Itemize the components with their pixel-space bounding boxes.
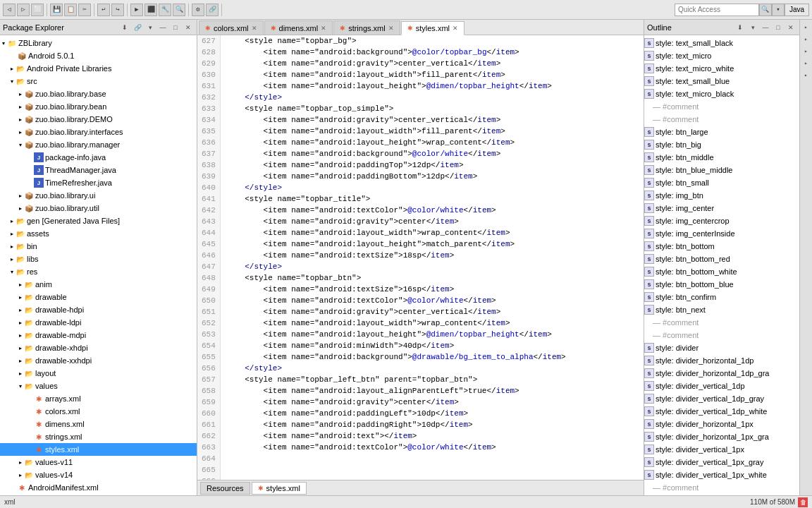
sidebar-btn-3[interactable]: ▸ bbox=[801, 45, 812, 56]
toolbar-btn-3[interactable]: ⬜ bbox=[31, 4, 44, 16]
tree-item-library-interfaces[interactable]: ▸📦zuo.biao.library.interfaces bbox=[0, 126, 197, 138]
outline-item-23[interactable]: — #comment bbox=[644, 329, 799, 341]
outline-item-7[interactable]: sstyle: btn_large bbox=[644, 126, 799, 138]
java-perspective-btn[interactable]: Java bbox=[785, 4, 809, 16]
outline-collapse-btn[interactable]: ⬇ bbox=[734, 22, 746, 33]
tree-item-android-private-libs[interactable]: ▸📂Android Private Libraries bbox=[0, 62, 197, 75]
tree-item-assets[interactable]: ▸📂assets bbox=[0, 227, 197, 240]
tree-item-androidmanifest[interactable]: ✱AndroidManifest.xml bbox=[0, 481, 197, 494]
toolbar-btn-5[interactable]: 📋 bbox=[64, 4, 77, 16]
collapse-all-btn[interactable]: ⬇ bbox=[119, 22, 130, 33]
tab-close-btn[interactable]: ✕ bbox=[453, 25, 458, 32]
outline-minimize-btn[interactable]: — bbox=[760, 22, 771, 33]
outline-item-9[interactable]: sstyle: btn_middle bbox=[644, 151, 799, 164]
outline-item-18[interactable]: sstyle: btn_bottom_white bbox=[644, 265, 799, 278]
toolbar-btn-14[interactable]: 🔗 bbox=[206, 4, 219, 16]
maximize-btn[interactable]: □ bbox=[170, 22, 181, 33]
sidebar-btn-5[interactable]: ▸ bbox=[801, 69, 812, 80]
outline-item-19[interactable]: sstyle: btn_bottom_blue bbox=[644, 278, 799, 291]
tree-item-zblibrary[interactable]: ▾📁ZBLibrary bbox=[0, 37, 197, 49]
quick-access-input[interactable] bbox=[675, 4, 759, 16]
toolbar-btn-1[interactable]: ◁ bbox=[3, 4, 16, 16]
tree-item-timerefresher[interactable]: JTimeRefresher.java bbox=[0, 176, 197, 189]
outline-item-4[interactable]: sstyle: text_micro_black bbox=[644, 87, 799, 100]
tree-item-values[interactable]: ▾📂values bbox=[0, 380, 197, 392]
outline-item-17[interactable]: sstyle: btn_bottom_red bbox=[644, 253, 799, 265]
link-editor-btn[interactable]: 🔗 bbox=[132, 22, 143, 33]
outline-item-35[interactable]: — #comment bbox=[644, 481, 799, 494]
code-content[interactable]: <style name="topbar_bg"> <item name="and… bbox=[221, 35, 644, 480]
outline-item-24[interactable]: sstyle: divider bbox=[644, 341, 799, 354]
outline-item-26[interactable]: sstyle: divider_horizontal_1dp_gra bbox=[644, 367, 799, 380]
editor-tab-dimens-xml[interactable]: ✱dimens.xml✕ bbox=[264, 20, 333, 35]
toolbar-btn-4[interactable]: 💾 bbox=[50, 4, 63, 16]
close-btn[interactable]: ✕ bbox=[183, 22, 194, 33]
outline-item-30[interactable]: sstyle: divider_horizontal_1px bbox=[644, 418, 799, 430]
tab-close-btn[interactable]: ✕ bbox=[321, 25, 326, 32]
tree-item-package-info[interactable]: Jpackage-info.java bbox=[0, 151, 197, 164]
outline-maximize-btn[interactable]: □ bbox=[773, 22, 784, 33]
outline-item-3[interactable]: sstyle: text_small_blue bbox=[644, 75, 799, 87]
outline-item-22[interactable]: — #comment bbox=[644, 316, 799, 329]
outline-item-11[interactable]: sstyle: btn_small bbox=[644, 176, 799, 189]
toolbar-btn-11[interactable]: 🔧 bbox=[159, 4, 171, 16]
outline-item-6[interactable]: — #comment bbox=[644, 113, 799, 126]
tree-item-library-demo[interactable]: ▸📦zuo.biao.library.DEMO bbox=[0, 113, 197, 126]
tree-item-gen[interactable]: ▸📂gen [Generated Java Files] bbox=[0, 214, 197, 227]
tree-item-bin[interactable]: ▸📂bin bbox=[0, 240, 197, 253]
tree-item-library-bean[interactable]: ▸📦zuo.biao.library.bean bbox=[0, 100, 197, 113]
tab-close-btn[interactable]: ✕ bbox=[388, 25, 394, 32]
toolbar-btn-13[interactable]: ⚙ bbox=[192, 4, 204, 16]
outline-item-20[interactable]: sstyle: btn_confirm bbox=[644, 291, 799, 303]
tree-item-src[interactable]: ▾📂src bbox=[0, 75, 197, 87]
editor-tab-strings-xml[interactable]: ✱strings.xml✕ bbox=[333, 20, 400, 35]
tree-item-library-manager[interactable]: ▾📦zuo.biao.library.manager bbox=[0, 138, 197, 151]
toolbar-btn-10[interactable]: ⬛ bbox=[144, 4, 157, 16]
outline-item-16[interactable]: sstyle: btn_bottom bbox=[644, 240, 799, 253]
tree-item-dimens-xml[interactable]: ✱dimens.xml bbox=[0, 418, 197, 430]
tree-item-drawable-mdpi[interactable]: ▸📂drawable-mdpi bbox=[0, 329, 197, 341]
tree-item-values-v14[interactable]: ▸📂values-v14 bbox=[0, 468, 197, 481]
outline-item-10[interactable]: sstyle: btn_blue_middle bbox=[644, 164, 799, 176]
tree-item-drawable[interactable]: ▸📂drawable bbox=[0, 291, 197, 303]
tree-item-colors-xml[interactable]: ✱colors.xml bbox=[0, 405, 197, 418]
sidebar-btn-2[interactable]: ▸ bbox=[801, 33, 812, 44]
editor-tab-styles-xml[interactable]: ✱styles.xml✕ bbox=[401, 21, 465, 35]
toolbar-btn-6[interactable]: ✂ bbox=[78, 4, 91, 16]
tab-close-btn[interactable]: ✕ bbox=[252, 25, 257, 32]
tree-item-libs[interactable]: ▸📂libs bbox=[0, 253, 197, 265]
tree-item-layout[interactable]: ▸📂layout bbox=[0, 367, 197, 380]
tree-item-strings-xml[interactable]: ✱strings.xml bbox=[0, 430, 197, 443]
outline-item-2[interactable]: sstyle: text_micro_white bbox=[644, 62, 799, 75]
tree-item-drawable-xhdpi[interactable]: ▸📂drawable-xhdpi bbox=[0, 341, 197, 354]
outline-item-8[interactable]: sstyle: btn_big bbox=[644, 138, 799, 151]
panel-menu-btn[interactable]: ▾ bbox=[144, 22, 156, 33]
editor-content[interactable]: 6276286296306316326336346356366376386396… bbox=[197, 35, 644, 480]
tree-item-android-5.0.1[interactable]: 📦Android 5.0.1 bbox=[0, 49, 197, 62]
bottom-tab-resources[interactable]: Resources bbox=[200, 482, 250, 495]
outline-item-25[interactable]: sstyle: divider_horizontal_1dp bbox=[644, 354, 799, 367]
tree-item-threadmanager[interactable]: JThreadManager.java bbox=[0, 164, 197, 176]
outline-menu-btn[interactable]: ▾ bbox=[747, 22, 758, 33]
toolbar-btn-9[interactable]: ▶ bbox=[130, 4, 143, 16]
toolbar-btn-12[interactable]: 🔍 bbox=[173, 4, 185, 16]
tree-item-values-v11[interactable]: ▸📂values-v11 bbox=[0, 456, 197, 468]
outline-item-33[interactable]: sstyle: divider_vertical_1px_gray bbox=[644, 456, 799, 468]
outline-item-5[interactable]: — #comment bbox=[644, 100, 799, 113]
tree-item-drawable-xxhdpi[interactable]: ▸📂drawable-xxhdpi bbox=[0, 354, 197, 367]
tree-item-drawable-ldpi[interactable]: ▸📂drawable-ldpi bbox=[0, 316, 197, 329]
outline-item-27[interactable]: sstyle: divider_vertical_1dp bbox=[644, 380, 799, 392]
tree-item-library-ui[interactable]: ▸📦zuo.biao.library.ui bbox=[0, 189, 197, 202]
tree-item-styles-xml[interactable]: ✱styles.xml bbox=[0, 443, 197, 456]
tree-item-drawable-hdpi[interactable]: ▸📂drawable-hdpi bbox=[0, 303, 197, 316]
outline-item-31[interactable]: sstyle: divider_horizontal_1px_gra bbox=[644, 430, 799, 443]
outline-item-0[interactable]: sstyle: text_small_black bbox=[644, 37, 799, 49]
tree-item-anim[interactable]: ▸📂anim bbox=[0, 278, 197, 291]
outline-item-1[interactable]: sstyle: text_micro bbox=[644, 49, 799, 62]
outline-item-15[interactable]: sstyle: img_centerInside bbox=[644, 227, 799, 240]
outline-close-btn[interactable]: ✕ bbox=[785, 22, 796, 33]
outline-item-21[interactable]: sstyle: btn_next bbox=[644, 303, 799, 316]
bottom-tab-styles-xml-tab[interactable]: ✱styles.xml bbox=[252, 482, 307, 495]
toolbar-btn-7[interactable]: ↩ bbox=[97, 4, 110, 16]
outline-item-32[interactable]: sstyle: divider_vertical_1px bbox=[644, 443, 799, 456]
